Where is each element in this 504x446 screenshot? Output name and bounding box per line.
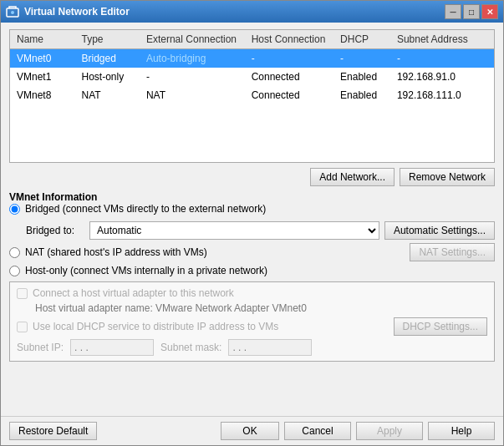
network-table-container: Name Type External Connection Host Conne… xyxy=(9,29,495,163)
cell-subnet-0: - xyxy=(394,51,491,66)
use-dhcp-checkbox[interactable] xyxy=(17,322,28,332)
cell-type-1: Host-only xyxy=(78,69,142,84)
close-button[interactable]: ✕ xyxy=(481,4,498,19)
cell-host-0: - xyxy=(248,51,337,66)
svg-point-1 xyxy=(11,11,14,14)
subnet-mask-input[interactable] xyxy=(228,339,312,356)
cell-dhcp-0: - xyxy=(337,51,394,66)
bottom-bar: Restore Default OK Cancel Apply Help xyxy=(1,416,503,445)
cell-host-2: Connected xyxy=(248,88,337,103)
col-header-type: Type xyxy=(78,32,142,47)
add-network-button[interactable]: Add Network... xyxy=(310,168,395,186)
col-header-dhcp: DHCP xyxy=(337,32,394,47)
subnet-row: Subnet IP: Subnet mask: xyxy=(17,339,487,356)
remove-network-button[interactable]: Remove Network xyxy=(400,168,495,186)
bridged-radio-row: Bridged (connect VMs directly to the ext… xyxy=(9,203,495,215)
virtual-network-editor-window: Virtual Network Editor ─ □ ✕ Name Type E… xyxy=(0,0,504,446)
subnet-ip-label: Subnet IP: xyxy=(17,342,64,353)
help-button[interactable]: Help xyxy=(428,422,495,440)
bridged-radio[interactable] xyxy=(9,204,20,215)
nat-radio[interactable] xyxy=(9,247,20,258)
col-header-external: External Connection xyxy=(143,32,248,47)
nat-radio-row: NAT (shared host's IP address with VMs) … xyxy=(9,243,495,261)
table-buttons: Add Network... Remove Network xyxy=(9,168,495,186)
col-header-host: Host Connection xyxy=(248,32,337,47)
table-row[interactable]: VMnet8 NAT NAT Connected Enabled 192.168… xyxy=(10,86,494,104)
cell-name-0: VMnet0 xyxy=(13,51,78,66)
cell-type-2: NAT xyxy=(78,88,142,103)
restore-default-button[interactable]: Restore Default xyxy=(9,422,97,440)
bridged-to-row: Bridged to: Automatic Automatic Settings… xyxy=(9,221,495,240)
dhcp-settings-button[interactable]: DHCP Settings... xyxy=(394,317,487,336)
cell-external-1: - xyxy=(143,69,248,84)
automatic-settings-button[interactable]: Automatic Settings... xyxy=(384,221,495,240)
cell-external-2: NAT xyxy=(143,88,248,103)
table-body: VMnet0 Bridged Auto-bridging - - - VMnet… xyxy=(10,49,494,158)
col-header-name: Name xyxy=(13,32,78,47)
title-button-group: ─ □ ✕ xyxy=(445,4,498,19)
bridged-radio-label[interactable]: Bridged (connect VMs directly to the ext… xyxy=(25,203,266,215)
bottom-bar-right: OK Cancel Apply Help xyxy=(221,422,495,440)
cell-dhcp-2: Enabled xyxy=(337,88,394,103)
cancel-button[interactable]: Cancel xyxy=(284,422,351,440)
host-only-radio-label[interactable]: Host-only (connect VMs internally in a p… xyxy=(25,265,267,276)
use-dhcp-label: Use local DHCP service to distribute IP … xyxy=(33,321,278,332)
subnet-mask-label: Subnet mask: xyxy=(160,342,221,353)
nat-settings-button[interactable]: NAT Settings... xyxy=(410,243,495,261)
nat-radio-label[interactable]: NAT (shared host's IP address with VMs) xyxy=(25,246,207,258)
cell-type-0: Bridged xyxy=(78,51,142,66)
bridged-to-label: Bridged to: xyxy=(26,225,84,236)
cell-name-1: VMnet1 xyxy=(13,69,78,84)
connect-adapter-label: Connect a host virtual adapter to this n… xyxy=(33,287,234,299)
col-header-subnet: Subnet Address xyxy=(394,32,491,47)
window-icon xyxy=(6,5,19,18)
cell-host-1: Connected xyxy=(248,69,337,84)
cell-dhcp-1: Enabled xyxy=(337,69,394,84)
bridged-to-select[interactable]: Automatic xyxy=(89,221,379,240)
cell-subnet-2: 192.168.111.0 xyxy=(394,88,491,103)
window-title: Virtual Network Editor xyxy=(24,6,130,18)
connection-type-group: Bridged (connect VMs directly to the ext… xyxy=(9,203,495,276)
ok-button[interactable]: OK xyxy=(221,422,279,440)
host-only-radio-row: Host-only (connect VMs internally in a p… xyxy=(9,265,495,276)
main-content: Name Type External Connection Host Conne… xyxy=(1,23,503,416)
use-dhcp-row: Use local DHCP service to distribute IP … xyxy=(17,317,487,336)
adapter-name-label: Host virtual adapter name: VMware Networ… xyxy=(17,302,487,314)
table-header: Name Type External Connection Host Conne… xyxy=(10,30,494,49)
connect-adapter-checkbox[interactable] xyxy=(17,288,28,299)
connect-adapter-row: Connect a host virtual adapter to this n… xyxy=(17,287,487,299)
subnet-ip-input[interactable] xyxy=(70,339,154,356)
cell-external-0: Auto-bridging xyxy=(143,51,248,66)
title-bar: Virtual Network Editor ─ □ ✕ xyxy=(1,1,503,23)
vmnet-info-label: VMnet Information xyxy=(9,191,495,203)
table-row[interactable]: VMnet0 Bridged Auto-bridging - - - xyxy=(10,49,494,68)
maximize-button[interactable]: □ xyxy=(463,4,480,19)
minimize-button[interactable]: ─ xyxy=(445,4,461,19)
cell-subnet-1: 192.168.91.0 xyxy=(394,69,491,84)
host-only-radio[interactable] xyxy=(9,266,20,276)
options-group: Connect a host virtual adapter to this n… xyxy=(9,281,495,362)
table-row[interactable]: VMnet1 Host-only - Connected Enabled 192… xyxy=(10,68,494,86)
apply-button[interactable]: Apply xyxy=(356,422,423,440)
cell-name-2: VMnet8 xyxy=(13,88,78,103)
vmnet-info-section: VMnet Information Bridged (connect VMs d… xyxy=(9,191,495,362)
